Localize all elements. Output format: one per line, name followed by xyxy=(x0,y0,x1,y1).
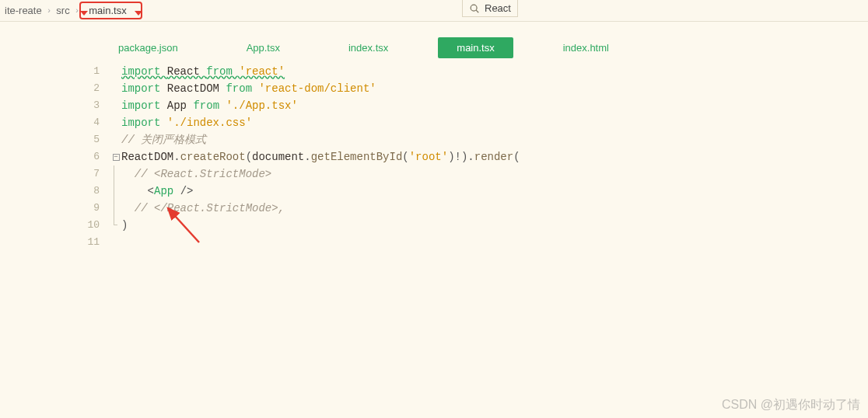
fold-cell xyxy=(110,200,121,217)
annotation-arrow-icon xyxy=(80,11,88,16)
breadcrumb-item[interactable]: src xyxy=(51,5,74,16)
tab-bar: package.jsonApp.tsxindex.tsxmain.tsxinde… xyxy=(0,37,868,58)
code-line[interactable]: // </React.StrictMode>, xyxy=(121,200,868,217)
language-mode-label: React xyxy=(485,2,511,14)
fold-cell xyxy=(110,234,121,251)
annotation-arrow-icon xyxy=(135,11,142,16)
code-line[interactable]: import App from './App.tsx' xyxy=(121,97,868,114)
watermark: CSDN @初遇你时动了情 xyxy=(722,397,860,413)
fold-toggle-icon[interactable]: − xyxy=(113,154,120,161)
tab-App-tsx[interactable]: App.tsx xyxy=(228,37,299,58)
code-line[interactable]: ) xyxy=(121,217,868,234)
line-number: 2 xyxy=(0,80,100,97)
fold-cell xyxy=(110,63,121,80)
code-line[interactable]: // <React.StrictMode> xyxy=(121,165,868,183)
fold-cell xyxy=(110,131,121,148)
line-number: 11 xyxy=(0,234,100,251)
line-number: 8 xyxy=(0,183,100,200)
tab-main-tsx[interactable]: main.tsx xyxy=(438,37,513,58)
fold-cell xyxy=(110,80,121,97)
line-number: 10 xyxy=(0,217,100,234)
fold-cell xyxy=(110,165,121,183)
line-number: 1 xyxy=(0,63,100,80)
line-number: 3 xyxy=(0,97,100,114)
fold-cell xyxy=(110,114,121,131)
fold-cell xyxy=(110,183,121,200)
tab-index-tsx[interactable]: index.tsx xyxy=(330,37,407,58)
svg-line-1 xyxy=(476,10,478,12)
tab-package-json[interactable]: package.json xyxy=(100,37,197,58)
code-line[interactable]: import ReactDOM from 'react-dom/client' xyxy=(121,80,868,97)
line-number: 5 xyxy=(0,131,100,148)
fold-gutter[interactable]: − xyxy=(110,63,121,251)
code-line[interactable] xyxy=(121,234,868,251)
search-icon xyxy=(469,3,480,14)
chevron-right-icon: › xyxy=(47,6,52,16)
code-line[interactable]: <App /> xyxy=(121,183,868,200)
line-number-gutter: 1234567891011 xyxy=(0,63,110,251)
code-line[interactable]: ReactDOM.createRoot(document.getElementB… xyxy=(121,148,868,165)
breadcrumb-bar: ite-reate › src › main.tsx React xyxy=(0,0,868,22)
code-editor[interactable]: 1234567891011 − import React from 'react… xyxy=(0,63,868,251)
line-number: 7 xyxy=(0,165,100,183)
language-mode-badge[interactable]: React xyxy=(462,0,518,17)
svg-point-0 xyxy=(471,5,477,11)
code-line[interactable]: import './index.css' xyxy=(121,114,868,131)
code-content[interactable]: import React from 'react'import ReactDOM… xyxy=(121,63,868,251)
line-number: 6 xyxy=(0,148,100,165)
fold-cell xyxy=(110,97,121,114)
tab-index-html[interactable]: index.html xyxy=(544,37,628,58)
fold-cell[interactable]: − xyxy=(110,148,121,165)
breadcrumb-item-current[interactable]: main.tsx xyxy=(79,2,142,19)
breadcrumb-item[interactable]: ite-reate xyxy=(0,5,47,16)
code-line[interactable]: // 关闭严格模式 xyxy=(121,131,868,148)
line-number: 9 xyxy=(0,200,100,217)
chevron-right-icon: › xyxy=(75,6,80,16)
code-line[interactable]: import React from 'react' xyxy=(121,63,868,80)
line-number: 4 xyxy=(0,114,100,131)
fold-cell xyxy=(110,217,121,234)
